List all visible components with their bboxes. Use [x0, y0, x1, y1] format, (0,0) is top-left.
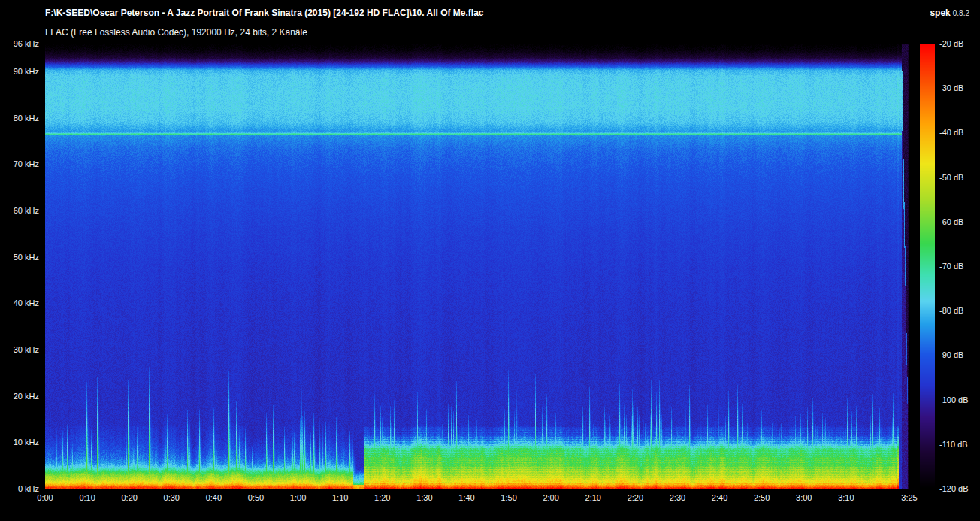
- frequency-tick-label: 20 kHz: [0, 392, 39, 401]
- time-tick-label: 1:30: [416, 493, 432, 502]
- frequency-tick-label: 80 kHz: [0, 114, 39, 123]
- time-tick-label: 1:20: [374, 493, 390, 502]
- spek-window: F:\K-SEED\Oscar Peterson - A Jazz Portra…: [0, 0, 980, 521]
- colorbar-gradient: [920, 44, 935, 489]
- frequency-tick-label: 40 kHz: [0, 298, 39, 307]
- time-tick-label: 1:50: [501, 493, 516, 502]
- time-tick-label: 1:40: [458, 493, 474, 502]
- frequency-tick-label: 50 kHz: [0, 253, 39, 262]
- db-tick-label: -50 dB: [939, 173, 963, 182]
- time-tick-label: 1:10: [332, 493, 348, 502]
- file-info: FLAC (Free Lossless Audio Codec), 192000…: [45, 27, 307, 38]
- db-tick-label: -60 dB: [939, 217, 963, 226]
- frequency-tick-label: 30 kHz: [0, 345, 39, 354]
- db-tick-label: -110 dB: [939, 440, 968, 449]
- time-tick-label: 2:10: [585, 493, 601, 502]
- frequency-tick-label: 10 kHz: [0, 438, 39, 447]
- time-tick-label: 0:30: [164, 493, 180, 502]
- db-tick-label: -70 dB: [939, 262, 963, 271]
- time-tick-label: 3:00: [796, 493, 812, 502]
- time-tick-label: 2:30: [670, 493, 685, 502]
- app-name: spek: [930, 8, 950, 18]
- time-tick-label: 1:00: [290, 493, 306, 502]
- time-tick-label: 3:25: [901, 493, 917, 502]
- db-tick-label: -40 dB: [939, 128, 963, 137]
- time-tick-label: 2:40: [712, 493, 727, 502]
- frequency-tick-label: 96 kHz: [0, 39, 39, 48]
- spectrogram: [45, 44, 909, 489]
- db-tick-label: -20 dB: [939, 39, 963, 48]
- file-path-title: F:\K-SEED\Oscar Peterson - A Jazz Portra…: [45, 8, 484, 18]
- db-tick-label: -90 dB: [939, 350, 963, 359]
- time-tick-label: 0:00: [37, 493, 53, 502]
- time-tick-label: 0:40: [206, 493, 222, 502]
- frequency-tick-label: 90 kHz: [0, 67, 39, 76]
- time-tick-label: 2:50: [754, 493, 770, 502]
- db-tick-label: -120 dB: [939, 484, 969, 493]
- app-brand: spek0.8.2: [930, 8, 969, 18]
- time-tick-label: 3:10: [838, 493, 854, 502]
- frequency-tick-label: 0 kHz: [0, 484, 39, 493]
- time-tick-label: 2:20: [628, 493, 643, 502]
- time-tick-label: 2:00: [543, 493, 558, 502]
- frequency-tick-label: 60 kHz: [0, 206, 39, 215]
- db-tick-label: -100 dB: [939, 395, 969, 404]
- frequency-tick-label: 70 kHz: [0, 159, 39, 168]
- time-tick-label: 0:10: [79, 493, 95, 502]
- db-tick-label: -30 dB: [939, 83, 963, 92]
- time-tick-label: 0:20: [121, 493, 137, 502]
- db-tick-label: -80 dB: [939, 306, 963, 315]
- time-tick-label: 0:50: [248, 493, 264, 502]
- app-version: 0.8.2: [953, 9, 969, 17]
